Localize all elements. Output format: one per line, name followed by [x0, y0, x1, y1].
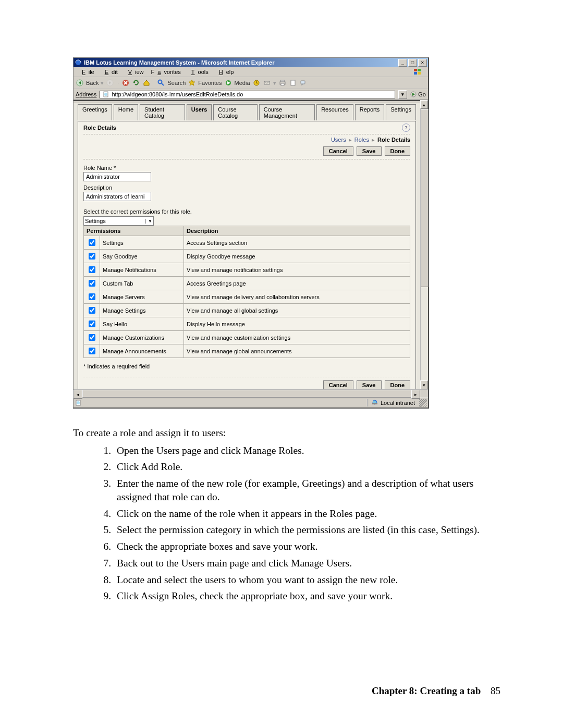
save-button-bottom[interactable]: Save [357, 380, 382, 389]
go-label: Go [418, 91, 426, 97]
tab-student-catalog[interactable]: Student Catalog [140, 104, 185, 120]
permission-checkbox[interactable] [89, 293, 95, 300]
go-button[interactable]: Go [410, 91, 426, 97]
scroll-up-icon[interactable]: ▴ [420, 100, 428, 109]
address-input[interactable]: http://widgeon:8080/ls-lmm/usersEditRole… [100, 91, 395, 98]
cancel-button-bottom[interactable]: Cancel [323, 380, 353, 389]
scroll-down-icon[interactable]: ▾ [420, 380, 428, 389]
tab-users[interactable]: Users [187, 104, 212, 120]
tab-settings[interactable]: Settings [386, 104, 416, 120]
permission-category-value: Settings [85, 218, 106, 224]
permission-checkbox[interactable] [89, 266, 95, 273]
cancel-button-top[interactable]: Cancel [323, 146, 353, 156]
permission-description: Display Goodbye message [184, 250, 410, 263]
permission-name: Manage Announcements [100, 344, 184, 358]
tab-resources[interactable]: Resources [316, 104, 353, 120]
search-label[interactable]: Search [167, 80, 186, 86]
done-button-bottom[interactable]: Done [385, 380, 411, 389]
scroll-thumb[interactable] [82, 390, 411, 398]
history-icon[interactable] [252, 79, 261, 87]
media-label[interactable]: Media [235, 80, 250, 86]
col-permissions: Permissions [84, 226, 184, 236]
chevron-down-icon[interactable]: ▾ [273, 80, 276, 87]
address-label: Address [76, 91, 96, 97]
edit-icon[interactable] [289, 79, 297, 87]
home-icon[interactable] [142, 79, 151, 87]
menu-favorites[interactable]: Favorites [148, 69, 184, 75]
permission-checkbox[interactable] [89, 320, 95, 327]
page-icon [102, 91, 109, 98]
scroll-right-icon[interactable]: ▸ [411, 390, 420, 399]
crumb-users[interactable]: Users [331, 137, 346, 143]
help-icon[interactable]: ? [402, 124, 410, 132]
close-button[interactable]: × [418, 59, 427, 67]
address-url-text: http://widgeon:8080/ls-lmm/usersEditRole… [112, 91, 243, 97]
tab-course-catalog[interactable]: Course Catalog [213, 104, 258, 120]
permission-checkbox[interactable] [89, 239, 95, 246]
list-item: Back out to the Users main page and clic… [114, 557, 500, 570]
tab-course-management[interactable]: Course Management [259, 104, 315, 120]
back-dropdown-icon[interactable]: ▾ [101, 80, 104, 87]
list-item: Enter the name of the new role (for exam… [114, 477, 500, 503]
menu-help[interactable]: Help [213, 69, 237, 75]
refresh-icon[interactable] [132, 79, 140, 87]
discuss-icon[interactable] [299, 79, 308, 87]
list-item: Click on the name of the role when it ap… [114, 507, 500, 521]
back-label[interactable]: Back [86, 80, 99, 86]
resize-grip-icon[interactable] [419, 399, 427, 407]
address-dropdown-icon[interactable]: ▾ [398, 90, 407, 99]
minimize-button[interactable]: _ [398, 59, 407, 67]
crumb-separator: ▸ [371, 137, 376, 143]
description-input[interactable]: Administrators of learni [83, 192, 151, 201]
tab-greetings[interactable]: Greetings [78, 104, 112, 120]
menu-edit[interactable]: Edit [99, 69, 121, 75]
col-description: Description [184, 226, 410, 236]
tab-home[interactable]: Home [114, 104, 138, 120]
save-button-top[interactable]: Save [357, 146, 382, 156]
permission-checkbox[interactable] [89, 348, 95, 354]
crumb-roles[interactable]: Roles [354, 137, 369, 143]
permission-description: Access Greetings page [184, 277, 410, 290]
svg-point-21 [77, 401, 80, 404]
breadcrumb: Users ▸ Roles ▸ Role Details [83, 137, 410, 143]
done-button-top[interactable]: Done [385, 146, 411, 156]
role-name-input[interactable]: Administrator [83, 172, 151, 181]
permission-description: View and manage notification settings [184, 263, 410, 277]
search-icon[interactable] [157, 79, 165, 87]
tab-reports[interactable]: Reports [355, 104, 385, 120]
svg-rect-4 [418, 72, 421, 75]
permission-checkbox[interactable] [89, 253, 95, 260]
horizontal-scrollbar[interactable]: ◂ ▸ [74, 389, 428, 398]
table-row: Say GoodbyeDisplay Goodbye message [84, 250, 410, 263]
mail-icon[interactable] [263, 79, 271, 87]
list-item: Locate and select the users to whom you … [114, 573, 500, 587]
menu-view[interactable]: View [122, 69, 147, 75]
list-item: Open the Users page and click Manage Rol… [114, 444, 500, 458]
scroll-thumb[interactable] [421, 109, 429, 287]
svg-rect-1 [414, 69, 417, 71]
permission-checkbox[interactable] [89, 280, 95, 287]
panel-title: Role Details [83, 125, 116, 131]
permission-checkbox[interactable] [89, 334, 95, 341]
favorites-icon[interactable] [188, 79, 196, 87]
permission-description: Access Settings section [184, 236, 410, 250]
permission-category-select[interactable]: Settings ▼ [83, 216, 154, 226]
menu-tools[interactable]: Tools [185, 69, 212, 75]
media-icon[interactable] [224, 79, 232, 87]
menu-file[interactable]: File [76, 69, 97, 75]
favorites-label[interactable]: Favorites [198, 80, 222, 86]
stop-icon[interactable] [121, 79, 130, 87]
vertical-scrollbar[interactable]: ▴ ▾ [420, 100, 428, 389]
permission-checkbox[interactable] [89, 307, 95, 314]
table-row: SettingsAccess Settings section [84, 236, 410, 250]
windows-flag-icon [409, 68, 426, 76]
print-icon[interactable] [278, 79, 287, 87]
zone-icon [371, 399, 378, 406]
forward-icon[interactable] [106, 79, 114, 87]
page-icon [75, 399, 82, 406]
back-icon[interactable] [76, 79, 84, 87]
scroll-left-icon[interactable]: ◂ [74, 390, 82, 399]
maximize-button[interactable]: □ [408, 59, 417, 67]
ie-icon [75, 59, 82, 66]
svg-rect-14 [281, 83, 284, 85]
